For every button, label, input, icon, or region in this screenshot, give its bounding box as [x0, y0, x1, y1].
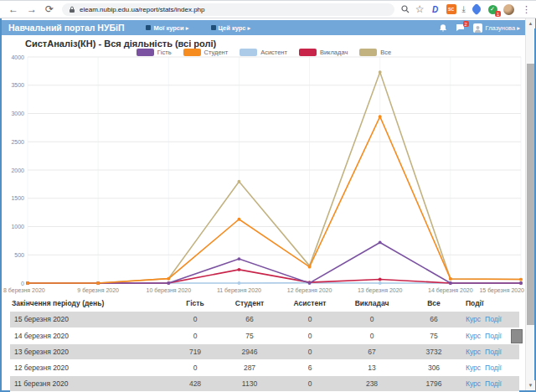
browser-menu-icon[interactable]: ⋮	[522, 4, 531, 15]
table-cell: 0	[280, 375, 340, 391]
data-point	[238, 180, 241, 183]
course-link[interactable]: Курс	[466, 315, 481, 323]
activity-line-chart: 050010001500200025003000350040008 березн…	[2, 54, 526, 295]
data-point	[238, 218, 241, 221]
menu-this-course-label: Цей курс ▸	[219, 24, 251, 32]
y-axis-tick: 4000	[11, 54, 24, 60]
events-link[interactable]: Події	[485, 348, 502, 356]
y-axis-tick: 2500	[11, 139, 24, 145]
course-link[interactable]: Курс	[466, 348, 481, 356]
table-cell: 13	[340, 359, 404, 375]
inner-scrollbar-thumb[interactable]	[511, 329, 523, 343]
messages-icon[interactable]: 2	[456, 23, 465, 32]
x-axis-tick: 15 березня 2020	[479, 287, 524, 294]
extension-badge: 1	[495, 11, 501, 17]
extension-sc-icon[interactable]: SC	[446, 4, 456, 14]
table-row: 15 березня 20200660066КурсПодії	[10, 312, 519, 328]
address-bar[interactable]: eleam.nubip.edu.ua/report/stats/index.ph…	[62, 3, 394, 16]
user-avatar	[473, 23, 482, 33]
data-point	[238, 257, 241, 260]
events-link[interactable]: Події	[485, 379, 502, 388]
data-point	[238, 268, 241, 271]
refresh-icon[interactable]: ⟳	[45, 4, 54, 14]
menu-my-courses[interactable]: Мої курси ▸	[146, 24, 188, 32]
messages-badge: 2	[463, 21, 469, 27]
courses-icon	[146, 25, 151, 30]
y-axis-tick: 1000	[11, 224, 24, 230]
table-cell: 719	[171, 343, 219, 359]
extension-d-icon[interactable]: D	[430, 4, 441, 14]
series-line-Гість	[28, 242, 521, 283]
events-link[interactable]: Події	[485, 315, 502, 323]
table-cell: 75	[219, 328, 280, 343]
table-cell: 0	[340, 312, 404, 328]
table-cell: 12 березня 2020	[10, 359, 171, 375]
y-axis-tick: 3000	[11, 111, 24, 116]
events-cell: КурсПодії	[464, 375, 519, 391]
portal-brand[interactable]: Навчальний портал НУБіП	[8, 23, 124, 33]
x-axis-tick: 11 березня 2020	[217, 287, 261, 294]
data-point	[308, 281, 312, 285]
course-icon	[211, 25, 216, 30]
y-axis-tick: 2000	[11, 168, 24, 173]
course-link[interactable]: Курс	[466, 332, 481, 340]
x-axis-tick: 13 березня 2020	[358, 287, 403, 294]
data-point	[449, 277, 452, 281]
table-cell: 0	[280, 312, 340, 328]
table-cell: 428	[171, 375, 219, 391]
extension-shield-icon[interactable]	[472, 4, 482, 14]
page-scrollbar[interactable]: ▲ ▼	[525, 18, 534, 390]
events-link[interactable]: Події	[485, 332, 502, 340]
data-point	[379, 241, 382, 245]
course-link[interactable]: Курс	[466, 379, 481, 388]
table-cell: 15 березня 2020	[10, 312, 171, 328]
data-point	[167, 281, 170, 285]
notifications-bell-icon[interactable]	[439, 23, 447, 33]
scroll-down-icon[interactable]: ▼	[526, 380, 535, 390]
lock-icon	[69, 6, 75, 13]
data-point	[167, 277, 170, 281]
back-icon[interactable]: ←	[8, 4, 18, 14]
extension-check-icon[interactable]: ✓ 1	[487, 4, 497, 14]
url-text: eleam.nubip.edu.ua/report/stats/index.ph…	[80, 6, 204, 13]
page-title: СистАналіз(КН) - Вся діяльність (всі рол…	[25, 39, 216, 49]
table-cell: 0	[171, 328, 219, 343]
table-row: 14 березня 20200750075КурсПодії	[10, 328, 519, 343]
menu-my-courses-label: Мої курси ▸	[153, 24, 188, 32]
y-axis-tick: 0	[21, 281, 24, 286]
site-navbar: Навчальний портал НУБіП Мої курси ▸ Цей …	[2, 20, 525, 35]
scroll-up-icon[interactable]: ▲	[526, 18, 535, 28]
column-header: Студент	[219, 295, 280, 312]
table-cell: 0	[340, 328, 404, 343]
column-header: Асистент	[280, 295, 340, 312]
table-cell: 1130	[219, 375, 280, 391]
events-link[interactable]: Події	[485, 364, 502, 372]
data-point	[379, 281, 382, 285]
table-cell: 0	[280, 343, 340, 359]
events-cell: КурсПодії	[464, 343, 519, 359]
data-point	[308, 266, 312, 269]
table-cell: 0	[171, 359, 219, 375]
table-cell: 6	[280, 359, 340, 375]
table-cell: 11 березня 2020	[10, 375, 171, 391]
bookmark-star-icon[interactable]: ☆	[415, 4, 425, 14]
course-link[interactable]: Курс	[466, 364, 481, 372]
forward-icon[interactable]: →	[27, 4, 37, 14]
data-point	[26, 281, 29, 285]
table-cell: 66	[404, 312, 464, 328]
browser-toolbar: ← → ⟳ eleam.nubip.edu.ua/report/stats/in…	[0, 0, 536, 18]
table-cell: 238	[340, 375, 404, 391]
browser-profile-avatar[interactable]	[503, 4, 514, 15]
x-axis-tick: 10 березня 2020	[146, 287, 191, 294]
user-menu[interactable]: Глазунова ▸	[473, 23, 520, 33]
x-axis-tick: 12 березня 2020	[287, 287, 332, 294]
zoom-icon[interactable]	[401, 5, 410, 13]
downloads-icon[interactable]: ⤓	[462, 5, 466, 13]
stats-table: Закінчення періоду (день)ГістьСтудентАси…	[10, 295, 519, 392]
table-cell: 1796	[404, 375, 464, 391]
scrollbar-thumb[interactable]	[527, 64, 534, 325]
menu-this-course[interactable]: Цей курс ▸	[211, 24, 251, 32]
table-cell: 0	[280, 328, 340, 343]
x-axis-tick: 9 березня 2020	[77, 287, 119, 294]
table-cell: 66	[219, 312, 280, 328]
